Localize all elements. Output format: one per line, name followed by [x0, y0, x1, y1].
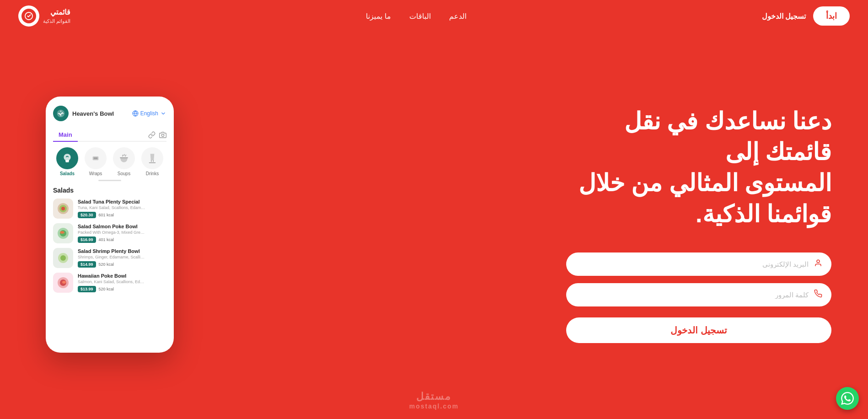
svg-point-11: [61, 207, 65, 210]
form-section: تسجيل الدخول: [566, 252, 831, 343]
svg-point-1: [817, 260, 820, 263]
svg-point-23: [62, 281, 66, 284]
menu-item[interactable]: Hawaiian Poke Bowl Salmon, Kani Salad, S…: [53, 273, 166, 293]
logo-text: قائمتي القوائم الذكية: [43, 7, 70, 25]
email-wrapper: [566, 252, 831, 276]
item-desc-2: Shrimps, Ginger, Edamame, Scallions...: [78, 255, 146, 259]
category-row: Salads Wraps: [53, 147, 166, 176]
password-input[interactable]: [575, 291, 809, 299]
svg-point-18: [60, 255, 66, 261]
item-desc-0: Tuna, Kani Salad, Scallions, Edamame...: [78, 205, 146, 210]
submit-button[interactable]: تسجيل الدخول: [566, 317, 831, 343]
logo-tagline: القوائم الذكية: [43, 18, 70, 25]
item-meta-1: $16.99 401 kcal: [78, 236, 166, 243]
item-kcal-0: 601 kcal: [99, 213, 114, 217]
item-kcal-2: 520 kcal: [99, 262, 114, 267]
language-label: English: [140, 110, 158, 117]
svg-point-4: [161, 134, 164, 136]
item-price-1: $16.99: [78, 236, 96, 243]
link-icon: [148, 131, 155, 139]
logo-name: قائمتي: [43, 7, 70, 17]
svg-rect-5: [93, 156, 99, 161]
drinks-icon-wrap: [141, 147, 163, 169]
menu-item[interactable]: Salad Tuna Plenty Special Tuna, Kani Sal…: [53, 199, 166, 219]
nav-features[interactable]: ما يميزنا: [366, 12, 391, 21]
phone-mockup: Heaven's Bowl English Main: [46, 97, 174, 353]
menu-item[interactable]: Salad Salmon Poke Bowl Packed With Omega…: [53, 223, 166, 243]
item-image-1: [53, 223, 73, 243]
item-price-2: $14.99: [78, 261, 96, 268]
restaurant-name: Heaven's Bowl: [72, 110, 114, 117]
tab-main[interactable]: Main: [53, 129, 78, 142]
item-price-3: $13.99: [78, 286, 96, 292]
hero-title: دعنا نساعدك في نقل قائمتك إلى المستوى ال…: [566, 106, 831, 230]
menu-item[interactable]: Salad Shrimp Plenty Bowl Shrimps, Ginger…: [53, 248, 166, 268]
phone-logo: Heaven's Bowl: [53, 106, 114, 121]
start-button[interactable]: ابدأ: [813, 6, 850, 26]
phone-icon: [814, 290, 822, 300]
item-info-0: Salad Tuna Plenty Special Tuna, Kani Sal…: [78, 199, 166, 218]
item-image-3: [53, 273, 73, 293]
wraps-label: Wraps: [89, 171, 102, 176]
svg-point-15: [60, 231, 64, 234]
salads-icon-wrap: [56, 147, 78, 169]
item-image-0: [53, 199, 73, 219]
nav-logo: قائمتي القوائم الذكية: [18, 5, 70, 27]
item-desc-1: Packed With Omega-3, Mixed Greens...: [78, 230, 146, 235]
item-desc-3: Salmon, Kani Salad, Scallions, Edamame..…: [78, 279, 146, 284]
category-salads[interactable]: Salads: [56, 147, 78, 176]
item-name-2: Salad Shrimp Plenty Bowl: [78, 248, 166, 254]
salads-label: Salads: [60, 171, 75, 176]
item-image-2: [53, 248, 73, 268]
phone-header: Heaven's Bowl English: [53, 106, 166, 121]
drinks-label: Drinks: [146, 171, 159, 176]
item-info-1: Salad Salmon Poke Bowl Packed With Omega…: [78, 224, 166, 243]
soups-label: Soups: [118, 171, 130, 176]
item-meta-3: $13.99 520 kcal: [78, 286, 166, 292]
item-meta-2: $14.99 520 kcal: [78, 261, 166, 268]
category-divider: [98, 180, 121, 181]
email-icon: [814, 259, 822, 269]
logo-icon: [18, 5, 39, 27]
item-price-0: $20.30: [78, 212, 96, 218]
item-info-3: Hawaiian Poke Bowl Salmon, Kani Salad, S…: [78, 273, 166, 292]
language-selector[interactable]: English: [132, 110, 166, 117]
category-wraps[interactable]: Wraps: [85, 147, 107, 176]
main-content: دعنا نساعدك في نقل قائمتك إلى المستوى ال…: [0, 32, 868, 417]
wraps-icon-wrap: [85, 147, 107, 169]
soups-icon-wrap: [113, 147, 135, 169]
item-kcal-3: 520 kcal: [99, 287, 114, 291]
item-name-1: Salad Salmon Poke Bowl: [78, 224, 166, 229]
tab-icons: [148, 129, 166, 141]
category-soups[interactable]: Soups: [113, 147, 135, 176]
nav-support[interactable]: الدعم: [449, 12, 466, 21]
section-title: Salads: [53, 187, 166, 194]
menu-list: Salad Tuna Plenty Special Tuna, Kani Sal…: [53, 199, 166, 293]
left-section: Heaven's Bowl English Main: [46, 97, 174, 353]
whatsapp-button[interactable]: [836, 387, 859, 410]
item-kcal-1: 401 kcal: [99, 237, 114, 242]
item-name-3: Hawaiian Poke Bowl: [78, 273, 166, 279]
phone-tabs: Main: [53, 129, 166, 142]
email-input[interactable]: [575, 260, 809, 268]
item-name-0: Salad Tuna Plenty Special: [78, 199, 166, 204]
navbar-center: الدعم الباقات ما يميزنا: [366, 12, 466, 21]
phone-logo-icon: [53, 106, 69, 121]
item-info-2: Salad Shrimp Plenty Bowl Shrimps, Ginger…: [78, 248, 166, 268]
password-wrapper: [566, 283, 831, 306]
right-section: دعنا نساعدك في نقل قائمتك إلى المستوى ال…: [566, 106, 831, 343]
login-button[interactable]: تسجيل الدخول: [762, 12, 806, 21]
camera-icon: [159, 131, 166, 139]
category-drinks[interactable]: Drinks: [141, 147, 163, 176]
nav-packages[interactable]: الباقات: [409, 12, 431, 21]
item-meta-0: $20.30 601 kcal: [78, 212, 166, 218]
navbar: ابدأ تسجيل الدخول الدعم الباقات ما يميزن…: [0, 0, 868, 32]
navbar-left: ابدأ تسجيل الدخول: [762, 6, 850, 26]
